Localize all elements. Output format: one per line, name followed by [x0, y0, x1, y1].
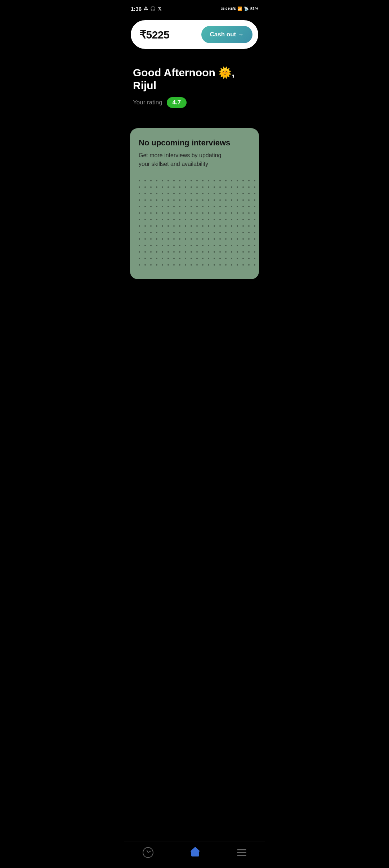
dot — [254, 238, 255, 240]
dot — [202, 245, 204, 246]
dot — [139, 193, 140, 194]
dot — [202, 199, 204, 201]
dot — [196, 180, 198, 181]
dot — [196, 264, 198, 266]
dot — [173, 199, 175, 201]
dot — [231, 193, 232, 194]
dot — [225, 238, 227, 240]
dot — [185, 258, 186, 259]
dot — [208, 212, 209, 214]
dot — [144, 186, 146, 188]
cash-out-button[interactable]: Cash out → — [201, 26, 252, 43]
dot — [248, 225, 250, 227]
dot — [202, 193, 204, 194]
dot — [225, 206, 227, 207]
dot — [248, 180, 250, 181]
dot — [167, 212, 169, 214]
dot — [179, 186, 180, 188]
dot — [139, 180, 140, 181]
dot — [167, 251, 169, 253]
dot — [185, 264, 186, 266]
card-title: No upcoming interviews — [139, 138, 250, 148]
dot — [208, 258, 209, 259]
dot — [167, 245, 169, 246]
dot — [173, 225, 175, 227]
dot — [225, 180, 227, 181]
dot — [173, 212, 175, 214]
dot — [248, 238, 250, 240]
dot — [242, 180, 244, 181]
battery-indicator: 51% — [250, 6, 258, 11]
dot — [248, 199, 250, 201]
dot — [144, 193, 146, 194]
dot — [162, 212, 163, 214]
dot — [179, 212, 180, 214]
dot — [173, 219, 175, 220]
dot — [208, 251, 209, 253]
dot — [202, 232, 204, 233]
dot — [208, 264, 209, 266]
balance-amount: ₹5225 — [139, 28, 169, 41]
dot — [237, 206, 238, 207]
dot — [167, 232, 169, 233]
dot — [179, 206, 180, 207]
dot — [242, 232, 244, 233]
dot — [208, 225, 209, 227]
dot — [179, 238, 180, 240]
dot — [214, 258, 215, 259]
dot — [225, 219, 227, 220]
dot — [254, 232, 255, 233]
dot — [237, 238, 238, 240]
dot — [191, 232, 192, 233]
dot — [173, 264, 175, 266]
dot — [237, 232, 238, 233]
dot — [191, 264, 192, 266]
dot — [162, 238, 163, 240]
dot — [144, 212, 146, 214]
dot — [150, 264, 152, 266]
dot — [139, 206, 140, 207]
dot — [237, 199, 238, 201]
dot — [139, 199, 140, 201]
dot — [156, 212, 157, 214]
dot — [191, 180, 192, 181]
dot — [231, 206, 232, 207]
dot — [139, 212, 140, 214]
dot — [242, 245, 244, 246]
dot — [150, 219, 152, 220]
dot — [219, 264, 221, 266]
dot — [219, 245, 221, 246]
balance-card: ₹5225 Cash out → — [131, 20, 258, 49]
dot — [162, 225, 163, 227]
dot — [248, 251, 250, 253]
dot — [214, 180, 215, 181]
dot — [144, 238, 146, 240]
status-time: 1:36 — [131, 6, 142, 12]
dot — [254, 251, 255, 253]
dot — [185, 206, 186, 207]
dot — [139, 264, 140, 266]
wifi-icon: 📶 — [237, 6, 242, 11]
dot — [167, 180, 169, 181]
dot — [242, 238, 244, 240]
dot — [191, 186, 192, 188]
dot — [237, 258, 238, 259]
dot — [167, 219, 169, 220]
dot — [202, 238, 204, 240]
dot — [156, 264, 157, 266]
dot — [179, 193, 180, 194]
dot — [214, 245, 215, 246]
dot — [231, 245, 232, 246]
dot — [202, 225, 204, 227]
dot — [150, 232, 152, 233]
dot — [237, 245, 238, 246]
dot — [219, 251, 221, 253]
dot — [167, 238, 169, 240]
dot — [214, 264, 215, 266]
dot-grid — [139, 180, 250, 276]
dot — [167, 193, 169, 194]
dot — [185, 251, 186, 253]
dot — [156, 186, 157, 188]
dot — [231, 264, 232, 266]
dot — [191, 199, 192, 201]
